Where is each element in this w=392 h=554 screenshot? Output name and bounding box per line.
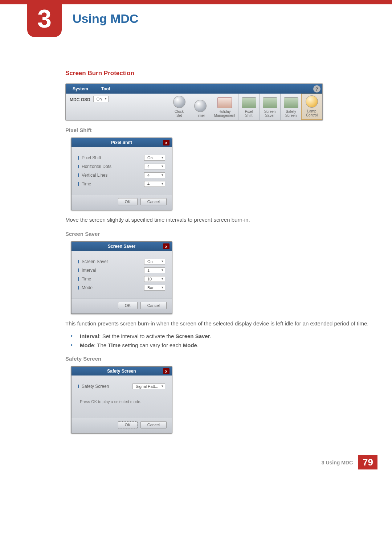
close-icon[interactable]: x <box>163 368 170 374</box>
tb-label: Set <box>176 114 182 118</box>
pixel-shift-icon <box>242 97 256 108</box>
dialog-body: Screen Saver On Interval 1 Time 10 Mode … <box>72 251 172 299</box>
dialog-title-text: Pixel Shift <box>111 140 132 145</box>
b: Screen Saver <box>175 333 210 339</box>
tb-label: Screen <box>285 114 297 118</box>
tb-label: Control <box>306 113 318 117</box>
menu-system[interactable]: System <box>66 86 95 91</box>
b: Mode <box>80 342 94 348</box>
tb-label: Shift <box>245 114 252 118</box>
safety-screen-heading: Safety Screen <box>65 356 370 362</box>
dialog-footer: OK Cancel <box>72 195 172 210</box>
menu-tool[interactable]: Tool <box>95 86 117 91</box>
tb-label: Management <box>214 114 235 118</box>
row-label: Time <box>78 276 144 282</box>
tb-label: Saver <box>265 114 274 118</box>
toolbar-timer[interactable]: Timer <box>190 94 211 120</box>
row-label: Horizontal Dots <box>78 164 144 169</box>
bullet-mode: Mode: The Time setting can vary for each… <box>65 342 370 348</box>
row-safety-screen: Safety Screen Signal Patt... <box>78 383 165 389</box>
chapter-title: Using MDC <box>73 12 138 26</box>
dialog-title: Screen Saver x <box>72 242 172 251</box>
safety-screen-dialog: Safety Screen x Safety Screen Signal Pat… <box>71 366 172 434</box>
safety-screen-message: Press OK to play a selected mode. <box>78 392 165 413</box>
toolbar-icons: Clock Set Timer Holiday Management Pixel… <box>169 94 322 120</box>
row-label: Vertical Lines <box>78 173 144 178</box>
horizontal-dots-select[interactable]: 4 <box>144 164 165 169</box>
close-icon[interactable]: x <box>163 243 170 249</box>
cancel-button[interactable]: Cancel <box>140 421 167 428</box>
b: Mode <box>183 342 197 348</box>
dialog-body: Pixel Shift On Horizontal Dots 4 Vertica… <box>72 147 172 195</box>
t: setting can vary for each <box>121 342 183 348</box>
pixel-shift-dialog: Pixel Shift x Pixel Shift On Horizontal … <box>71 138 172 210</box>
t: : The <box>94 342 108 348</box>
row-label: Mode <box>78 285 144 290</box>
time-select[interactable]: 4 <box>144 181 165 187</box>
tb-label: Clock <box>175 110 184 114</box>
screen-saver-description: This function prevents screen burn-in wh… <box>65 319 370 328</box>
content-area: Screen Burn Protection System Tool ? MDC… <box>65 70 370 434</box>
toolbar-screenshot: System Tool ? MDC OSD On Clock Set Timer <box>65 83 323 120</box>
row-pixel-shift: Pixel Shift On <box>78 155 165 161</box>
row-label: Screen Saver <box>78 259 144 264</box>
row-mode: Mode Bar <box>78 285 165 291</box>
toolbar-pixel-shift[interactable]: Pixel Shift <box>238 94 259 120</box>
interval-select[interactable]: 1 <box>144 267 165 273</box>
cancel-button[interactable]: Cancel <box>140 302 167 309</box>
safety-screen-icon <box>284 97 298 108</box>
b: Time <box>108 342 121 348</box>
ok-button[interactable]: OK <box>118 198 138 205</box>
toolbar-clock-set[interactable]: Clock Set <box>169 94 190 120</box>
close-icon[interactable]: x <box>163 140 170 145</box>
toolbar-left: MDC OSD On <box>66 94 112 120</box>
help-icon[interactable]: ? <box>313 85 320 93</box>
tb-label: Safety <box>286 110 296 114</box>
screen-saver-icon <box>263 97 277 108</box>
toolbar-lamp-control[interactable]: Lamp Control <box>301 94 322 120</box>
footer-breadcrumb: 3 Using MDC <box>322 460 353 465</box>
safety-screen-select[interactable]: Signal Patt... <box>132 383 165 389</box>
row-label: Time <box>78 181 144 186</box>
dialog-title: Safety Screen x <box>72 367 172 376</box>
tb-label: Lamp <box>307 109 316 113</box>
pixel-shift-heading: Pixel Shift <box>65 127 370 133</box>
dialog-body: Safety Screen Signal Patt... Press OK to… <box>72 376 172 418</box>
cancel-button[interactable]: Cancel <box>140 198 167 205</box>
mdc-osd-label: MDC OSD <box>70 96 90 102</box>
ok-button[interactable]: OK <box>118 421 138 428</box>
tb-label: Timer <box>196 114 205 118</box>
screen-saver-dialog: Screen Saver x Screen Saver On Interval … <box>71 241 172 314</box>
b: Interval <box>80 333 99 339</box>
lamp-icon <box>306 95 318 108</box>
tb-label: Screen <box>264 110 276 114</box>
screen-saver-heading: Screen Saver <box>65 231 370 237</box>
screen-saver-select[interactable]: On <box>144 259 165 264</box>
dialog-footer: OK Cancel <box>72 418 172 433</box>
dialog-title: Pixel Shift x <box>72 138 172 147</box>
row-time: Time 4 <box>78 181 165 187</box>
bullet-interval: Interval: Set the interval to activate t… <box>65 333 370 339</box>
timer-icon <box>194 100 207 112</box>
vertical-lines-select[interactable]: 4 <box>144 172 165 178</box>
toolbar-holiday-management[interactable]: Holiday Management <box>211 94 238 120</box>
screen-saver-bullets: Interval: Set the interval to activate t… <box>65 333 370 348</box>
toolbar-row: MDC OSD On Clock Set Timer Holiday Mana <box>66 94 322 120</box>
mode-select[interactable]: Bar <box>144 285 165 291</box>
row-screen-saver: Screen Saver On <box>78 259 165 264</box>
tb-label: Pixel <box>245 110 253 114</box>
t: . <box>210 333 212 339</box>
mdc-osd-select[interactable]: On <box>93 96 109 102</box>
time-select[interactable]: 10 <box>144 276 165 282</box>
header: 3 Using MDC <box>0 4 392 37</box>
toolbar-screen-saver[interactable]: Screen Saver <box>259 94 280 120</box>
row-label: Safety Screen <box>78 384 132 389</box>
dialog-footer: OK Cancel <box>72 299 172 313</box>
row-horizontal-dots: Horizontal Dots 4 <box>78 164 165 169</box>
toolbar-safety-screen[interactable]: Safety Screen <box>280 94 301 120</box>
pixel-shift-description: Move the screen slightly at specified ti… <box>65 216 370 224</box>
row-label: Pixel Shift <box>78 155 144 160</box>
ok-button[interactable]: OK <box>118 302 138 309</box>
menu-bar: System Tool ? <box>66 84 322 94</box>
pixel-shift-select[interactable]: On <box>144 155 165 161</box>
